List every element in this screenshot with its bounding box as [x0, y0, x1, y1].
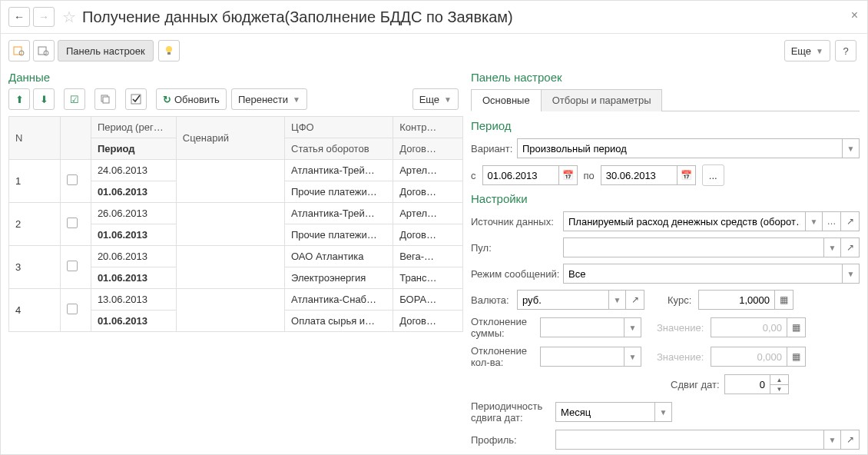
- open-button[interactable]: ↗: [841, 430, 860, 450]
- more-button-data[interactable]: Еще ▼: [412, 88, 459, 110]
- chevron-down-icon[interactable]: ▼: [624, 317, 641, 337]
- cell-turnover: Прочие платежи…: [285, 224, 393, 246]
- cell-check[interactable]: [60, 246, 91, 289]
- col-contractor[interactable]: Контр…: [393, 117, 463, 138]
- col-period[interactable]: Период: [91, 138, 176, 160]
- chevron-down-icon[interactable]: ▼: [843, 138, 860, 158]
- currency-input[interactable]: [517, 290, 609, 310]
- chevron-down-icon[interactable]: ▼: [624, 347, 641, 367]
- open-button[interactable]: ↗: [841, 211, 860, 231]
- spin-down-button[interactable]: ▼: [770, 384, 789, 394]
- pool-input[interactable]: [563, 237, 824, 257]
- qty-dev-select[interactable]: [540, 347, 624, 367]
- config-icon-2[interactable]: [33, 40, 55, 61]
- variant-select[interactable]: [517, 138, 843, 158]
- msg-mode-label: Режим сообщений:: [471, 268, 563, 280]
- cell-date: 20.06.2013: [91, 246, 176, 267]
- cell-n: 3: [9, 246, 61, 289]
- col-turnover[interactable]: Статья оборотов: [285, 138, 393, 160]
- table-row[interactable]: 124.06.2013Атлантика-Трей…Артел…: [9, 160, 463, 181]
- move-down-button[interactable]: ⬇: [33, 88, 55, 110]
- qty-value-input[interactable]: [711, 347, 787, 367]
- close-icon[interactable]: ×: [851, 8, 858, 22]
- table-row[interactable]: 413.06.2013Атлантика-Снаб…БОРА…: [9, 289, 463, 311]
- msg-mode-select[interactable]: [563, 264, 843, 284]
- col-period-reg[interactable]: Период (рег…: [91, 117, 176, 138]
- calculator-icon[interactable]: ▦: [787, 317, 806, 337]
- settings-panel-title: Панель настроек: [471, 71, 860, 84]
- table-row[interactable]: 226.06.2013Атлантика-Трей…Артел…: [9, 203, 463, 224]
- chevron-down-icon[interactable]: ▼: [655, 402, 672, 422]
- calendar-icon[interactable]: 📅: [559, 165, 578, 185]
- cell-check[interactable]: [60, 289, 91, 332]
- amount-value-label: Значение:: [657, 322, 711, 334]
- amount-dev-select[interactable]: [540, 317, 624, 337]
- period-section-title: Период: [471, 119, 860, 132]
- more-button-top[interactable]: Еще ▼: [784, 40, 830, 61]
- col-contract[interactable]: Догов…: [393, 138, 463, 160]
- titlebar: ← → ☆ Получение данных бюджета(Заполнени…: [1, 1, 867, 34]
- amount-value-input[interactable]: [711, 317, 787, 337]
- transfer-button[interactable]: Перенести ▼: [231, 88, 307, 110]
- tab-filters[interactable]: Отборы и параметры: [541, 89, 663, 111]
- calculator-icon[interactable]: ▦: [787, 347, 806, 367]
- cell-check[interactable]: [60, 160, 91, 203]
- chevron-down-icon[interactable]: ▼: [806, 211, 823, 231]
- cell-contract: Транс…: [393, 267, 463, 289]
- col-scenario[interactable]: Сценарий: [176, 117, 284, 160]
- chevron-down-icon[interactable]: ▼: [824, 237, 841, 257]
- table-row[interactable]: 320.06.2013ОАО АтлантикаВега-…: [9, 246, 463, 267]
- profile-label: Профиль:: [471, 434, 555, 446]
- config-icon-1[interactable]: [8, 40, 30, 61]
- cell-date: 13.06.2013: [91, 289, 176, 311]
- chevron-down-icon[interactable]: ▼: [843, 264, 860, 284]
- cell-turnover: Оплата сырья и…: [285, 311, 393, 332]
- open-button[interactable]: ↗: [841, 237, 860, 257]
- source-input[interactable]: [563, 211, 806, 231]
- chevron-down-icon: ▼: [816, 47, 823, 55]
- to-label: по: [584, 170, 595, 181]
- shift-input[interactable]: [724, 374, 770, 394]
- pool-label: Пул:: [471, 242, 563, 254]
- cell-contract: Догов…: [393, 311, 463, 332]
- col-n[interactable]: N: [9, 117, 61, 160]
- variant-label: Вариант:: [471, 143, 517, 154]
- cell-contractor: Артел…: [393, 160, 463, 181]
- move-up-button[interactable]: ⬆: [8, 88, 30, 110]
- copy-button[interactable]: [94, 88, 116, 110]
- refresh-button[interactable]: ↻ Обновить: [156, 88, 227, 110]
- cell-scenario: [176, 289, 284, 332]
- source-label: Источник данных:: [471, 216, 563, 227]
- period-shift-select[interactable]: [555, 402, 655, 422]
- help-button[interactable]: ?: [835, 40, 856, 61]
- nav-back-button[interactable]: ←: [8, 7, 30, 27]
- chevron-down-icon[interactable]: ▼: [824, 430, 841, 450]
- lightbulb-icon[interactable]: [158, 40, 180, 61]
- rate-input[interactable]: [698, 290, 775, 310]
- check-all-button[interactable]: ☑: [64, 88, 85, 110]
- favorite-star-icon[interactable]: ☆: [62, 8, 76, 26]
- col-cfo[interactable]: ЦФО: [285, 117, 393, 138]
- ellipsis-button[interactable]: …: [823, 211, 841, 231]
- open-button[interactable]: ↗: [626, 290, 644, 310]
- settings-panel-toggle[interactable]: Панель настроек: [58, 40, 154, 61]
- toggle-check-button[interactable]: [125, 88, 147, 110]
- tab-main[interactable]: Основные: [471, 89, 542, 111]
- cell-n: 4: [9, 289, 61, 332]
- calculator-icon[interactable]: ▦: [775, 290, 793, 310]
- cell-n: 2: [9, 203, 61, 246]
- nav-forward-button[interactable]: →: [33, 7, 55, 27]
- chevron-down-icon[interactable]: ▼: [609, 290, 626, 310]
- cell-contract: Догов…: [393, 181, 463, 203]
- col-check[interactable]: [60, 117, 91, 160]
- date-to-input[interactable]: [601, 165, 678, 185]
- shift-label: Сдвиг дат:: [671, 379, 724, 390]
- cell-check[interactable]: [60, 203, 91, 246]
- period-picker-button[interactable]: ...: [702, 164, 724, 186]
- calendar-icon[interactable]: 📅: [678, 165, 696, 185]
- page-title: Получение данных бюджета(Заполнение БДДС…: [82, 8, 513, 26]
- profile-input[interactable]: [555, 430, 824, 450]
- date-from-input[interactable]: [482, 165, 559, 185]
- spin-up-button[interactable]: ▲: [770, 374, 789, 384]
- cell-period: 01.06.2013: [91, 181, 176, 203]
